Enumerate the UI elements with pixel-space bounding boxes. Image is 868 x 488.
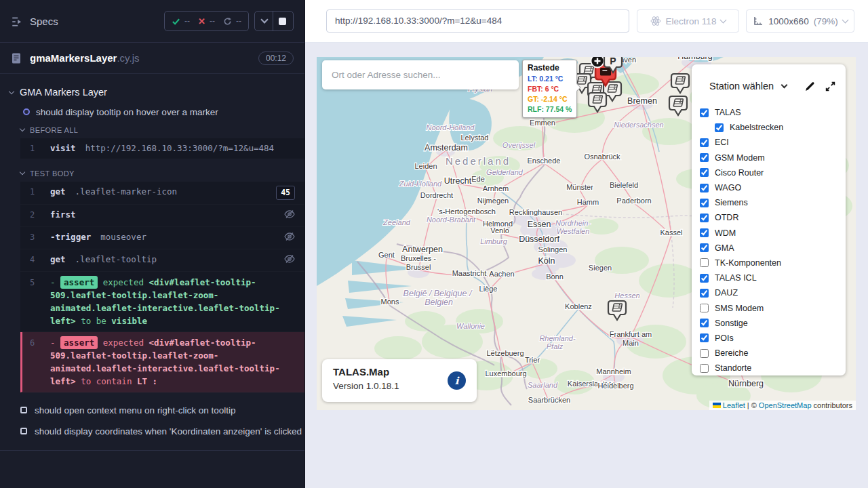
station-checkbox-item: DAUZ [692,285,846,300]
osm-link[interactable]: OpenStreetMap [759,401,812,409]
map-label: Mons [381,298,399,306]
station-checkbox-label[interactable]: OTDR [715,213,738,222]
command-line-number: 1 [30,142,50,155]
expand-icon[interactable] [825,81,836,92]
map-label: Solingen [538,245,568,253]
viewport-select[interactable]: 1000x660 (79%) [746,9,854,33]
map-label: Luxembourg [485,369,526,378]
station-checkbox[interactable] [700,364,709,373]
station-checkbox-item: Kabelstrecken [692,120,846,135]
map-label: Saarbrücken [528,396,570,404]
spec-file-icon [11,52,22,64]
station-checkbox[interactable] [700,138,709,147]
map-label: Maastricht [452,269,487,277]
station-checkbox[interactable] [700,349,709,358]
test-body-section[interactable]: TEST BODY [0,165,304,182]
suite-title: GMA Markers Layer [20,87,107,98]
suite-row[interactable]: GMA Markers Layer [0,82,304,102]
station-checkbox[interactable] [700,243,709,252]
station-checkbox-label[interactable]: TALAS [715,108,741,117]
station-checkbox-label[interactable]: Siemens [715,198,748,207]
station-checkbox-label[interactable]: TK-Komponenten [715,258,781,268]
test-body-commands: 1get.leaflet-marker-icon452first3-trigge… [20,182,304,392]
chevron-down-icon[interactable] [781,81,788,88]
eye-slash-icon [284,209,295,220]
station-checkbox-label[interactable]: TALAS ICL [715,273,757,283]
map-marker-plus[interactable] [591,57,604,68]
pending-test-row[interactable]: should open context menu on right-click … [0,401,304,420]
station-checkbox-label[interactable]: POIs [715,333,734,343]
eye-slash-icon [284,231,295,242]
pending-test-row[interactable]: should display coordinates when 'Koordin… [0,422,304,441]
station-checkbox-label[interactable]: WAGO [715,183,741,192]
station-checkbox[interactable] [700,333,709,342]
station-checkbox-label[interactable]: Cisco Router [715,168,764,178]
map-label: Overijssel [502,141,536,149]
passed-check-icon [172,17,180,26]
command-args: mouseover [100,231,146,243]
test-row[interactable]: should display tooltip on hover over a m… [0,102,304,121]
map-label: België / Belgique / [403,289,473,298]
command-row[interactable]: 1visithttp://192.168.10.33:3000/?m=12&u=… [20,138,304,159]
station-checkbox-label[interactable]: Sonstige [715,319,748,328]
map-label: Nürnberg [728,379,764,388]
viewport-size: 1000x660 [768,16,808,26]
edit-pencil-icon[interactable] [804,81,816,92]
search-input[interactable] [332,70,509,80]
station-checkbox[interactable] [700,289,709,298]
station-checkbox[interactable] [700,153,709,162]
browser-select[interactable]: Electron 118 [637,9,739,33]
station-checkbox[interactable] [700,184,709,192]
assert-command-row[interactable]: 5- assert expected <div#leaflet-tooltip-… [20,272,304,332]
command-line-number: 5 [30,276,50,289]
command-row[interactable]: 2first [20,205,304,227]
map-label: Enschede [528,157,561,165]
map-label: Arnhem [483,184,509,192]
command-line-number: 6 [30,336,50,350]
station-checkbox-label[interactable]: Kabelstrecken [730,123,783,132]
station-checkbox[interactable] [700,258,709,267]
station-checkbox-label[interactable]: Standorte [715,363,751,373]
command-row[interactable]: 3-triggermouseover [20,227,304,249]
station-checkbox[interactable] [700,214,709,222]
map-label: Liège [479,285,498,293]
section-chevron-icon [20,169,25,175]
collapse-chevron-icon[interactable] [260,16,268,23]
station-checkbox-label[interactable]: WDM [715,228,736,238]
marker-tooltip[interactable]: Rastede LT: 0.21 °CFBT: 6 °CGT: -2.14 °C… [522,60,577,118]
map-label: Utrecht [444,176,472,186]
info-icon[interactable]: i [448,371,466,390]
station-checkbox-label[interactable]: Bereiche [715,348,748,358]
pending-refresh-icon [223,17,232,26]
station-checkbox-label[interactable]: DAUZ [715,288,738,298]
station-checkbox[interactable] [700,274,709,283]
station-checkbox[interactable] [700,199,709,207]
spec-file-row[interactable]: gmaMarkersLayer .cy.js 00:12 [0,43,304,73]
map-label: Kassel [660,228,682,237]
url-bar[interactable]: http://192.168.10.33:3000/?m=12&u=484 [326,9,629,33]
station-checkbox-label[interactable]: GMA [715,243,734,253]
station-panel: Station wählen TALA [692,64,846,375]
station-checkbox-label[interactable]: GSM Modem [715,153,765,163]
assert-command-row[interactable]: 6- assert expected <div#leaflet-tooltip-… [20,332,304,392]
stop-button[interactable] [279,18,286,25]
station-checkbox-label[interactable]: SMS Modem [715,304,764,313]
station-checkbox[interactable] [700,108,709,117]
station-checkbox-item: POIs [692,331,846,346]
command-row[interactable]: 4get.leaflet-tooltip [20,249,304,272]
station-checkbox-label[interactable]: ECI [715,138,729,147]
command-row[interactable]: 1get.leaflet-marker-icon45 [20,182,304,205]
specs-list-icon[interactable] [11,15,23,27]
command-line-number: 2 [30,209,50,221]
station-checkbox[interactable] [700,228,709,237]
leaflet-link[interactable]: Leaflet [723,401,745,409]
station-checkbox[interactable] [700,168,709,177]
station-checkbox[interactable] [700,304,709,312]
station-checkbox[interactable] [700,319,709,327]
station-checkbox-item: ECI [692,135,846,150]
leaflet-map[interactable]: FryslânNoord-HollandLelystadAmsterdamOve… [317,57,856,410]
station-checkbox[interactable] [715,123,724,132]
map-label: Belgien [425,298,453,307]
before-all-section[interactable]: BEFORE ALL [0,121,304,138]
map-label: Nederland [446,155,511,167]
